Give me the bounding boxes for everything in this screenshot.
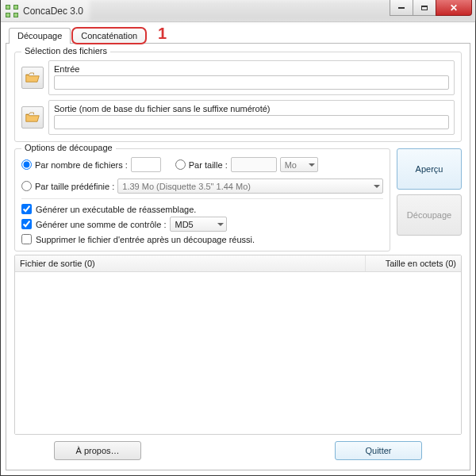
column-header-size[interactable]: Taille en octets (0) <box>366 255 461 271</box>
radio-by-preset[interactable] <box>21 181 32 191</box>
about-button[interactable]: À propos… <box>54 441 141 460</box>
window-title: ConcaDec 3.0 <box>23 6 83 17</box>
tab-decoupage[interactable]: Découpage <box>9 28 71 44</box>
input-label: Entrée <box>54 64 449 74</box>
folder-open-icon <box>25 112 40 123</box>
title-bar: ConcaDec 3.0 ✕ <box>1 0 475 22</box>
tab-bar: Découpage Concaténation 1 <box>6 25 470 44</box>
radio-label: Par taille prédéfinie : <box>35 182 114 191</box>
checkbox-gen-exec[interactable] <box>21 204 32 214</box>
checkbox-label: Supprimer le fichier d'entrée après un d… <box>36 235 255 244</box>
checkbox-label: Générer une somme de contrôle : <box>36 220 166 229</box>
button-label: Découpage <box>407 210 451 220</box>
app-window: ConcaDec 3.0 ✕ Découpage Concaténation 1… <box>0 0 476 476</box>
preset-select[interactable]: 1.39 Mo (Disquette 3.5" 1.44 Mo) <box>117 178 383 194</box>
output-list: Fichier de sortie (0) Taille en octets (… <box>14 255 462 435</box>
split-options-group: Options de découpage Par nombre de fichi… <box>14 148 390 251</box>
tab-label: Concaténation <box>81 31 137 40</box>
annotation-1: 1 <box>158 25 167 43</box>
close-button[interactable]: ✕ <box>436 0 472 16</box>
button-label: Aperçu <box>416 164 443 174</box>
size-input[interactable] <box>231 157 277 172</box>
radio-by-size[interactable] <box>175 159 186 170</box>
checkbox-delete-after[interactable] <box>21 234 32 244</box>
size-unit-select[interactable]: Mo <box>280 157 318 172</box>
split-button[interactable]: Découpage <box>397 194 462 236</box>
footer: À propos… Quitter <box>14 435 462 463</box>
select-value: MD5 <box>175 220 193 229</box>
radio-by-count[interactable] <box>21 159 32 170</box>
button-label: Quitter <box>365 446 391 455</box>
browse-input-button[interactable] <box>21 67 44 89</box>
preview-button[interactable]: Aperçu <box>397 148 462 190</box>
output-label: Sortie (nom de base du fichier sans le s… <box>54 104 449 113</box>
checkbox-gen-checksum[interactable] <box>21 219 32 229</box>
folder-open-icon <box>25 72 40 83</box>
radio-label: Par taille : <box>189 160 228 170</box>
button-label: À propos… <box>75 446 119 455</box>
list-body <box>15 272 461 434</box>
chevron-down-icon <box>309 163 315 167</box>
tab-page-decoupage: Sélection des fichiers Entrée <box>6 44 470 470</box>
group-legend: Sélection des fichiers <box>21 46 110 56</box>
tab-concatenation[interactable]: Concaténation <box>72 28 146 44</box>
group-legend: Options de découpage <box>21 143 116 152</box>
maximize-button[interactable] <box>413 0 436 16</box>
tab-label: Découpage <box>17 31 62 40</box>
count-input[interactable] <box>131 157 161 172</box>
browse-output-button[interactable] <box>21 106 44 129</box>
file-selection-group: Sélection des fichiers Entrée <box>14 52 462 142</box>
quit-button[interactable]: Quitter <box>335 441 422 460</box>
app-icon <box>6 5 18 17</box>
minimize-button[interactable] <box>390 0 413 16</box>
select-value: Mo <box>285 160 297 170</box>
column-header-file[interactable]: Fichier de sortie (0) <box>15 255 366 271</box>
select-value: 1.39 Mo (Disquette 3.5" 1.44 Mo) <box>122 182 251 191</box>
input-path-field[interactable] <box>54 75 449 90</box>
chevron-down-icon <box>217 223 224 226</box>
output-path-field[interactable] <box>54 115 449 129</box>
radio-label: Par nombre de fichiers : <box>35 160 128 170</box>
chevron-down-icon <box>374 185 380 188</box>
checkbox-label: Générer un exécutable de réassemblage. <box>36 205 196 214</box>
checksum-select[interactable]: MD5 <box>170 217 227 232</box>
